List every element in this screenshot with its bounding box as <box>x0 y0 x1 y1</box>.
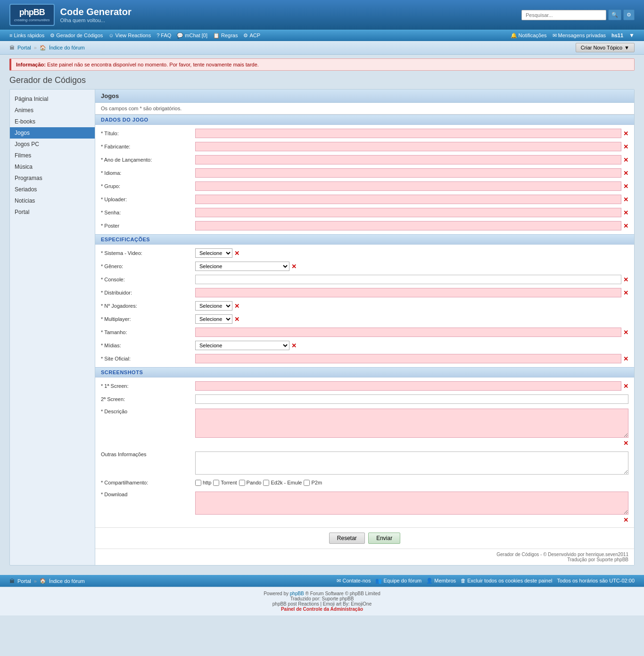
nav-notifications[interactable]: 🔔 Notificações <box>511 33 547 39</box>
screen1-input[interactable] <box>195 381 621 391</box>
row-ano: * Ano de Lançamento: ✕ <box>95 153 634 166</box>
nav-mchat[interactable]: 💬 mChat [0] <box>177 33 207 39</box>
nav-faq[interactable]: ? FAQ <box>157 33 171 38</box>
cb-pando[interactable] <box>239 480 245 486</box>
advanced-search-button[interactable]: ⚙ <box>623 9 635 20</box>
footer-team[interactable]: 👥 Equipe do fórum <box>375 578 421 584</box>
phpbb-link[interactable]: phpBB <box>290 591 304 596</box>
row-sistema: * Sistema - Video: Selecione ✕ <box>95 246 634 260</box>
distribuidor-input[interactable] <box>195 288 621 297</box>
navbar-left: ≡ Links rápidos ⚙ Gerador de Códigos ☺ V… <box>9 33 260 39</box>
footer-contact[interactable]: ✉ Contate-nos <box>337 578 371 584</box>
footer-members[interactable]: 👤 Membros <box>426 578 456 584</box>
fabricante-clear[interactable]: ✕ <box>623 143 628 150</box>
multiplayer-select[interactable]: Selecione <box>195 314 232 324</box>
sidebar-item-filmes[interactable]: Filmes <box>10 150 95 161</box>
footer-delete-cookies[interactable]: 🗑 Excluir todos os cookies deste painel <box>461 578 552 584</box>
form-inner: Página Inicial Animes E-books Jogos Jogo… <box>10 90 634 565</box>
nav-gerador-codigos[interactable]: ⚙ Gerador de Códigos <box>50 33 103 39</box>
console-input[interactable] <box>195 275 621 284</box>
screen2-input[interactable] <box>195 394 628 404</box>
row-tamanho: * Tamanho: ✕ <box>95 326 634 339</box>
uploader-input[interactable] <box>195 195 621 204</box>
nav-acp[interactable]: ⚙ ACP <box>243 33 260 39</box>
sistema-clear[interactable]: ✕ <box>234 250 239 257</box>
grupo-input[interactable] <box>195 181 621 191</box>
sidebar-item-musica[interactable]: Música <box>10 161 95 172</box>
poster-input[interactable] <box>195 221 621 230</box>
descricao-textarea[interactable] <box>195 409 628 438</box>
tamanho-input[interactable] <box>195 328 621 337</box>
senha-clear[interactable]: ✕ <box>623 209 628 216</box>
new-topic-button[interactable]: Criar Novo Tópico ▼ <box>576 43 635 52</box>
footer-forum-link[interactable]: Índice do fórum <box>49 578 85 584</box>
sidebar-item-ebooks[interactable]: E-books <box>10 116 95 127</box>
row-site: * Site Oficial: ✕ <box>95 352 634 365</box>
midias-select[interactable]: Selecione <box>195 341 289 350</box>
ano-label: * Ano de Lançamento: <box>101 157 195 163</box>
row-download: * Download ✕ <box>95 489 634 525</box>
download-clear[interactable]: ✕ <box>623 517 628 524</box>
footer-portal-link[interactable]: Portal <box>17 578 31 584</box>
sidebar-item-portal[interactable]: Portal <box>10 206 95 218</box>
sidebar-item-programas[interactable]: Programas <box>10 172 95 184</box>
username-arrow[interactable]: ▼ <box>629 32 635 39</box>
sidebar-item-jogos[interactable]: Jogos <box>10 127 95 139</box>
idioma-clear[interactable]: ✕ <box>623 170 628 177</box>
sidebar-item-animes[interactable]: Animes <box>10 105 95 116</box>
idioma-input[interactable] <box>195 168 621 178</box>
site-label: * Site Oficial: <box>101 356 195 361</box>
site-header: phpBB creating communities Code Generato… <box>0 0 644 30</box>
download-textarea[interactable] <box>195 492 628 515</box>
nav-view-reactions[interactable]: ☺ View Reactions <box>108 33 151 38</box>
fabricante-input[interactable] <box>195 142 621 151</box>
console-clear[interactable]: ✕ <box>623 276 628 283</box>
poster-clear[interactable]: ✕ <box>623 222 628 230</box>
distribuidor-field-area: ✕ <box>195 288 628 297</box>
jogadores-clear[interactable]: ✕ <box>234 303 239 310</box>
uploader-field-area: ✕ <box>195 195 628 204</box>
sidebar-item-pagina-inicial[interactable]: Página Inicial <box>10 93 95 105</box>
ano-clear[interactable]: ✕ <box>623 156 628 164</box>
reset-button[interactable]: Resetar <box>329 533 365 544</box>
sidebar-item-seriados[interactable]: Seriados <box>10 184 95 195</box>
genero-select[interactable]: Selecione <box>195 262 289 271</box>
forum-icon: 🏠 <box>40 45 46 51</box>
multiplayer-clear[interactable]: ✕ <box>234 316 239 323</box>
grupo-clear[interactable]: ✕ <box>623 183 628 190</box>
nav-links-rapidos[interactable]: ≡ Links rápidos <box>9 33 44 38</box>
site-clear[interactable]: ✕ <box>623 355 628 362</box>
cb-p2m[interactable] <box>304 480 310 486</box>
breadcrumb-portal[interactable]: Portal <box>17 45 31 50</box>
search-button[interactable]: 🔍 <box>608 9 621 20</box>
cb-torrent[interactable] <box>213 480 219 486</box>
admin-panel-link[interactable]: Painel de Controle da Administração <box>281 607 363 612</box>
cb-ed2k[interactable] <box>263 480 269 486</box>
tamanho-clear[interactable]: ✕ <box>623 329 628 336</box>
uploader-clear[interactable]: ✕ <box>623 196 628 203</box>
sidebar-item-jogos-pc[interactable]: Jogos PC <box>10 139 95 150</box>
send-button[interactable]: Enviar <box>368 533 400 544</box>
nav-private-messages[interactable]: ✉ Mensagens privadas <box>553 33 606 39</box>
distribuidor-clear[interactable]: ✕ <box>623 289 628 296</box>
screen1-clear[interactable]: ✕ <box>623 383 628 390</box>
ano-input[interactable] <box>195 155 621 164</box>
midias-clear[interactable]: ✕ <box>291 342 297 349</box>
sistema-select[interactable]: Selecione <box>195 248 232 258</box>
row-midias: * Mídias: Selecione ✕ <box>95 339 634 352</box>
genero-clear[interactable]: ✕ <box>291 263 297 270</box>
console-field-area: ✕ <box>195 275 628 284</box>
cb-http[interactable] <box>195 480 201 486</box>
breadcrumb-forum[interactable]: Índice do fórum <box>49 45 85 50</box>
nav-regras[interactable]: 📋 Regras <box>213 33 238 39</box>
senha-input[interactable] <box>195 208 621 217</box>
sidebar-item-noticias[interactable]: Notícias <box>10 195 95 206</box>
search-input[interactable] <box>521 10 606 20</box>
row-multiplayer: * Multiplayer: Selecione ✕ <box>95 312 634 326</box>
jogadores-select[interactable]: Selecione <box>195 301 232 311</box>
titulo-clear[interactable]: ✕ <box>623 130 628 137</box>
descricao-clear[interactable]: ✕ <box>623 440 628 447</box>
outras-textarea[interactable] <box>195 451 628 475</box>
site-input[interactable] <box>195 354 621 363</box>
titulo-input[interactable] <box>195 129 621 138</box>
